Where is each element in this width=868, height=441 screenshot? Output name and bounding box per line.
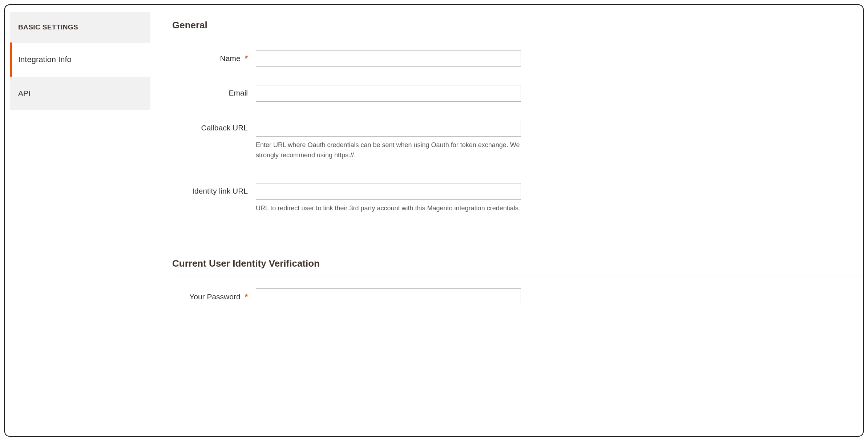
field-row-email: Email: [172, 85, 863, 102]
section-title-verification: Current User Identity Verification: [172, 258, 863, 269]
sidebar-item-label: API: [18, 89, 31, 97]
field-label: Callback URL: [172, 120, 256, 132]
required-icon: *: [245, 54, 248, 63]
help-text: URL to redirect user to link their 3rd p…: [256, 203, 521, 214]
label-text: Identity link URL: [192, 187, 248, 195]
integration-form-panel: BASIC SETTINGS Integration Info API Gene…: [4, 4, 864, 437]
section-title-general: General: [172, 20, 863, 31]
label-text: Your Password: [189, 292, 240, 301]
field-row-identity-link-url: Identity link URL URL to redirect user t…: [172, 183, 863, 214]
password-input[interactable]: [256, 288, 521, 305]
field-row-callback-url: Callback URL Enter URL where Oauth crede…: [172, 120, 863, 161]
label-text: Name: [220, 54, 241, 62]
label-text: Callback URL: [201, 124, 248, 132]
email-input[interactable]: [256, 85, 521, 102]
field-row-name: Name *: [172, 50, 863, 67]
sidebar: BASIC SETTINGS Integration Info API: [5, 5, 150, 436]
field-label: Email: [172, 85, 256, 97]
label-text: Email: [229, 89, 248, 97]
sidebar-header: BASIC SETTINGS: [10, 12, 150, 43]
name-input[interactable]: [256, 50, 521, 67]
identity-link-url-input[interactable]: [256, 183, 521, 200]
help-text: Enter URL where Oauth credentials can be…: [256, 140, 521, 161]
field-label: Identity link URL: [172, 183, 256, 195]
field-row-password: Your Password *: [172, 288, 863, 305]
field-label: Name *: [172, 50, 256, 63]
main-content: General Name * Email Callback URL: [150, 5, 863, 436]
sidebar-item-api[interactable]: API: [10, 77, 150, 110]
required-icon: *: [245, 292, 248, 301]
callback-url-input[interactable]: [256, 120, 521, 137]
field-label: Your Password *: [172, 288, 256, 302]
sidebar-item-integration-info[interactable]: Integration Info: [10, 43, 150, 77]
sidebar-item-label: Integration Info: [18, 55, 72, 64]
section-divider: [172, 275, 863, 275]
section-divider: [172, 37, 863, 37]
